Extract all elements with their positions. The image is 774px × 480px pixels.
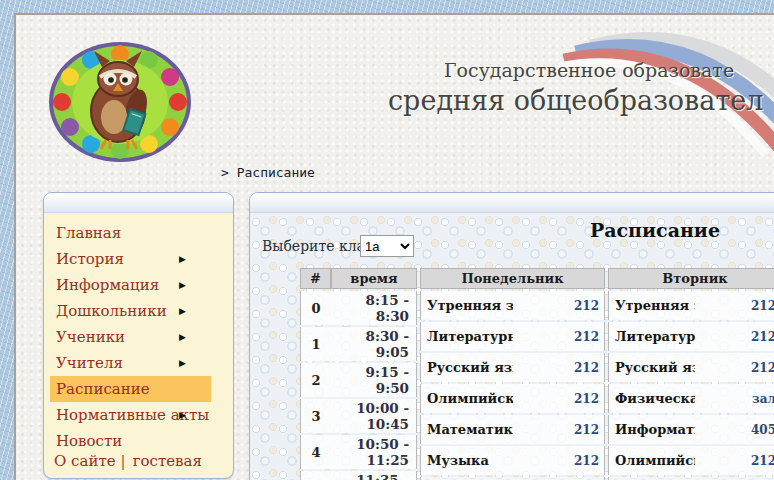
table-row: 18:30 - 9:05 — [300, 327, 417, 361]
table-row: Русский язык (письмо)212 — [420, 353, 605, 382]
lesson-number: 5 — [300, 471, 331, 480]
lesson-time: 11:35 - 12:10 — [331, 471, 417, 480]
lesson-time: 10:50 - 11:25 — [331, 435, 417, 469]
sidebar-item-8[interactable]: Новости — [50, 428, 211, 454]
table-row: 410:50 - 11:25 — [300, 435, 417, 469]
sidebar-footer: О сайте|гостевая — [54, 452, 202, 470]
table-row: Олимпийский час212 — [608, 446, 774, 475]
table-row: 08:15 - 8:30 — [300, 291, 417, 325]
class-select[interactable]: 1а — [360, 235, 414, 257]
lesson-room: 212 — [513, 446, 606, 475]
sidebar-item-label: Нормативные акты — [56, 406, 209, 424]
school-owl-logo — [44, 39, 196, 165]
site-panel: Государственное образовате средняя общео… — [14, 13, 774, 480]
table-row: 310:00 - 10:45 — [300, 399, 417, 433]
sidebar-item-4[interactable]: Ученики▶ — [50, 324, 211, 350]
lesson-subject: Русский язык (письмо) — [608, 353, 695, 382]
lesson-room: 212 — [513, 384, 606, 413]
table-row: Утренняя зарядка212 — [608, 291, 774, 320]
table-row: Физическая культуразал — [608, 384, 774, 413]
lesson-room: 212 — [695, 322, 774, 351]
lesson-subject: Информатика и ИКТ — [608, 415, 695, 444]
org-name-line2: средняя общеобразовател — [388, 85, 763, 116]
lesson-subject: Олимпийский час — [608, 446, 695, 475]
col-header-tuesday: Вторник — [608, 268, 774, 289]
lesson-number: 1 — [300, 327, 331, 361]
submenu-arrow-icon: ▶ — [179, 324, 186, 350]
sidebar-item-6[interactable]: Расписание — [50, 376, 211, 402]
lesson-subject: Литературное чтение — [608, 322, 695, 351]
submenu-arrow-icon: ▶ — [179, 246, 186, 272]
sidebar-item-0[interactable]: Главная — [50, 220, 211, 246]
table-row: Литературное чтение212 — [420, 322, 605, 351]
sidebar-item-5[interactable]: Учителя▶ — [50, 350, 211, 376]
numtime-table: #время08:15 - 8:3018:30 - 9:0529:15 - 9:… — [300, 266, 417, 480]
lesson-number: 0 — [300, 291, 331, 325]
sidebar-item-label: Ученики — [56, 328, 125, 346]
lesson-subject: Музыка — [420, 446, 513, 475]
table-row: Математика212 — [420, 415, 605, 444]
lesson-room: 212 — [513, 322, 606, 351]
content-top-strip — [250, 193, 774, 213]
tuesday-table: ВторникУтренняя зарядка212Литературное ч… — [608, 266, 774, 480]
sidebar-item-7[interactable]: Нормативные акты▶ — [50, 402, 211, 428]
page-title: Расписание — [530, 219, 774, 241]
monday-table: ПонедельникУтренняя зарядка212Литературн… — [420, 266, 605, 480]
table-row: Олимпийский час212 — [420, 384, 605, 413]
lesson-subject: Русский язык (письмо) — [420, 353, 513, 382]
lesson-subject: Физическая культура — [608, 384, 695, 413]
lesson-subject: Утренняя зарядка — [608, 291, 695, 320]
sidebar-item-label: Информация — [56, 276, 159, 294]
table-row: 511:35 - 12:10 — [300, 471, 417, 480]
lesson-room: зал — [695, 384, 774, 413]
lesson-time: 10:00 - 10:45 — [331, 399, 417, 433]
table-row: Утренняя зарядка212 — [420, 291, 605, 320]
table-row: Литературное чтение212 — [608, 322, 774, 351]
col-header-monday: Понедельник — [420, 268, 605, 289]
table-row: Музыка212 — [420, 446, 605, 475]
table-row: 29:15 - 9:50 — [300, 363, 417, 397]
lesson-time: 8:15 - 8:30 — [331, 291, 417, 325]
content-panel: Выберите класс: 1а Расписание #время08:1… — [249, 192, 774, 480]
org-name-line1: Государственное образовате — [444, 59, 734, 81]
lesson-subject: Утренняя зарядка — [420, 291, 513, 320]
table-row: Информатика и ИКТ405 — [608, 415, 774, 444]
sidebar-item-label: Главная — [56, 224, 121, 242]
sidebar: ГлавнаяИстория▶Информация▶Дошкольники▶Уч… — [43, 192, 234, 479]
guestbook-link[interactable]: гостевая — [133, 452, 202, 470]
lesson-subject: Олимпийский час — [420, 384, 513, 413]
lesson-number: 3 — [300, 399, 331, 433]
sidebar-item-2[interactable]: Информация▶ — [50, 272, 211, 298]
footer-separator: | — [121, 452, 126, 470]
lesson-room: 212 — [695, 446, 774, 475]
sidebar-item-3[interactable]: Дошкольники▶ — [50, 298, 211, 324]
sidebar-item-label: Расписание — [56, 380, 150, 398]
sidebar-item-label: Дошкольники — [56, 302, 167, 320]
submenu-arrow-icon: ▶ — [179, 402, 186, 428]
lesson-room: 405 — [695, 415, 774, 444]
lesson-number: 2 — [300, 363, 331, 397]
lesson-room: 212 — [513, 415, 606, 444]
lesson-room: 212 — [695, 353, 774, 382]
sidebar-item-label: История — [56, 250, 124, 268]
sidebar-top-strip — [44, 193, 233, 213]
submenu-arrow-icon: ▶ — [179, 298, 186, 324]
table-row: Русский язык (письмо)212 — [608, 353, 774, 382]
lesson-room: 212 — [695, 291, 774, 320]
submenu-arrow-icon: ▶ — [179, 350, 186, 376]
lesson-time: 9:15 - 9:50 — [331, 363, 417, 397]
lesson-subject: Литературное чтение — [420, 322, 513, 351]
page: { "header": { "org_line1": "Государствен… — [0, 0, 774, 480]
lesson-number: 4 — [300, 435, 331, 469]
lesson-subject: Математика — [420, 415, 513, 444]
lesson-time: 8:30 - 9:05 — [331, 327, 417, 361]
breadcrumb: > Расписание — [221, 165, 315, 180]
sidebar-menu: ГлавнаяИстория▶Информация▶Дошкольники▶Уч… — [44, 220, 233, 454]
about-site-link[interactable]: О сайте — [54, 452, 116, 470]
schedule-table: #время08:15 - 8:3018:30 - 9:0529:15 - 9:… — [300, 266, 774, 480]
sidebar-item-label: Новости — [56, 432, 122, 450]
sidebar-item-label: Учителя — [56, 354, 123, 372]
col-header-num: # — [300, 268, 331, 289]
lesson-room: 212 — [513, 291, 606, 320]
sidebar-item-1[interactable]: История▶ — [50, 246, 211, 272]
